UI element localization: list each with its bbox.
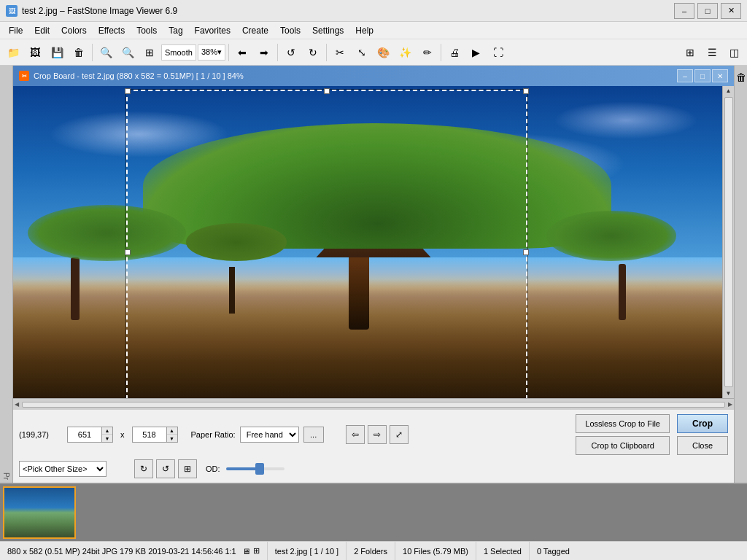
tb-prev-btn[interactable]: ⬅ <box>232 42 252 63</box>
status-files-text: 10 Files (5.79 MB) <box>403 547 468 556</box>
crop-window-title: Crop Board - test 2.jpg (880 x 582 = 0.5… <box>34 71 244 80</box>
monitor-icon: 🖥 <box>242 547 250 556</box>
thumbnail-preview <box>4 488 74 537</box>
crop-resize-btn[interactable]: ⤢ <box>390 425 409 444</box>
tb-zoom-out-btn[interactable]: 🔍 <box>117 42 138 63</box>
scroll-right-arrow[interactable]: ▶ <box>728 401 732 408</box>
crop-restore-btn[interactable]: □ <box>694 69 711 82</box>
tb-print-btn[interactable]: 🖨 <box>444 42 465 63</box>
crop-handle-top-left[interactable] <box>125 88 131 94</box>
pick-size-select[interactable]: <Pick Other Size> <box>19 461 107 477</box>
menu-edit[interactable]: Edit <box>28 22 55 39</box>
close-button[interactable]: ✕ <box>721 3 741 19</box>
right-sidebar-icon[interactable]: 🗑 <box>736 71 746 83</box>
crop-handle-mid-right[interactable] <box>523 249 529 255</box>
menu-file[interactable]: File <box>3 22 28 39</box>
thumbnail-item[interactable] <box>3 486 76 539</box>
small-tree-left-trunk <box>71 257 80 320</box>
toolbar-separator2 <box>228 44 229 61</box>
scroll-up-arrow[interactable]: ▲ <box>724 86 733 96</box>
height-input-group: ▲ ▼ <box>132 427 178 443</box>
height-input[interactable] <box>132 427 167 443</box>
tb-delete-btn[interactable]: 🗑 <box>69 42 89 63</box>
tb-compare-btn[interactable]: ◫ <box>724 42 744 63</box>
cloud3 <box>554 101 698 139</box>
menu-effects[interactable]: Effects <box>93 22 131 39</box>
height-spin-down[interactable]: ▼ <box>167 435 177 442</box>
scroll-track-vertical[interactable] <box>724 97 733 387</box>
height-spin-up[interactable]: ▲ <box>167 427 177 435</box>
crop-to-clipboard-btn[interactable]: Crop to Clipboard <box>576 436 670 455</box>
crop-minimize-btn[interactable]: – <box>677 69 693 82</box>
tb-resize-btn[interactable]: ⤡ <box>352 42 372 63</box>
crop-handle-top-mid[interactable] <box>324 88 330 94</box>
menu-bar: File Edit Colors Effects Tools Tag Favor… <box>0 22 747 39</box>
opacity-slider[interactable] <box>226 467 285 470</box>
menu-tools2[interactable]: Tools <box>274 22 306 39</box>
sidebar-arrow[interactable]: Pr <box>2 472 10 480</box>
smooth-dropdown[interactable]: Smooth <box>161 44 196 61</box>
width-spin-down[interactable]: ▼ <box>102 435 112 442</box>
rotate-cw-btn[interactable]: ↻ <box>134 459 153 478</box>
tb-zoom-in-btn[interactable]: 🔍 <box>96 42 116 63</box>
status-bar: 880 x 582 (0.51 MP) 24bit JPG 179 KB 201… <box>0 541 747 560</box>
menu-tag[interactable]: Tag <box>163 22 188 39</box>
menu-create[interactable]: Create <box>236 22 274 39</box>
menu-help[interactable]: Help <box>349 22 379 39</box>
crop-handle-top-right[interactable] <box>523 88 529 94</box>
crop-handle-mid-left[interactable] <box>125 249 131 255</box>
tb-grid-view-btn[interactable]: ⊞ <box>680 42 700 63</box>
horizontal-scrollbar[interactable]: ◀ ▶ <box>13 398 734 410</box>
tb-next-btn[interactable]: ➡ <box>254 42 274 63</box>
tb-open-btn[interactable]: 🖼 <box>25 42 45 63</box>
menu-colors[interactable]: Colors <box>55 22 93 39</box>
vertical-scrollbar[interactable]: ▲ ▼ <box>722 86 734 398</box>
scroll-track-horizontal[interactable] <box>22 402 725 408</box>
tb-folder-btn[interactable]: 📁 <box>3 42 23 63</box>
maximize-button[interactable]: □ <box>697 3 718 19</box>
width-spin-up[interactable]: ▲ <box>102 427 112 435</box>
close-crop-btn[interactable]: Close <box>677 436 728 455</box>
tb-effect-btn[interactable]: ✨ <box>395 42 416 63</box>
move-right-btn[interactable]: ⇨ <box>368 425 387 444</box>
paper-ratio-select[interactable]: Free hand 4:3 3:2 16:9 1:1 <box>240 427 299 443</box>
small-tree-right-trunk <box>619 264 626 320</box>
app-title: test 2.jpg – FastStone Image Viewer 6.9 <box>22 6 177 16</box>
rotate-ccw-btn[interactable]: ↺ <box>156 459 175 478</box>
main-toolbar: 📁 🖼 💾 🗑 🔍 🔍 ⊞ Smooth 38%▾ ⬅ ➡ ↺ ↻ ✂ ⤡ 🎨 … <box>0 39 747 66</box>
menu-tools[interactable]: Tools <box>131 22 163 39</box>
coord-display: (199,37) <box>19 430 63 439</box>
crop-close-btn[interactable]: ✕ <box>712 69 728 82</box>
tb-rotate-left-btn[interactable]: ↺ <box>281 42 301 63</box>
tb-rotate-right-btn[interactable]: ↻ <box>303 42 323 63</box>
crop-button[interactable]: Crop <box>677 414 728 433</box>
grid-overlay-btn[interactable]: ⊞ <box>178 459 197 478</box>
tb-fit-btn[interactable]: ⊞ <box>139 42 160 63</box>
left-sidebar: Pr <box>0 66 13 483</box>
width-input-group: ▲ ▼ <box>67 427 113 443</box>
scroll-down-arrow[interactable]: ▼ <box>724 389 733 398</box>
tb-slideshow-btn[interactable]: ▶ <box>466 42 487 63</box>
title-bar: 🖼 test 2.jpg – FastStone Image Viewer 6.… <box>0 0 747 22</box>
height-spinner[interactable]: ▲ ▼ <box>167 427 178 443</box>
tb-crop-btn[interactable]: ✂ <box>330 42 350 63</box>
lossless-crop-btn[interactable]: Lossless Crop to File <box>576 414 670 433</box>
tb-draw-btn[interactable]: ✏ <box>417 42 438 63</box>
tb-strip-view-btn[interactable]: ☰ <box>702 42 722 63</box>
zoom-dropdown[interactable]: 38%▾ <box>198 44 225 61</box>
scroll-left-arrow[interactable]: ◀ <box>15 401 19 408</box>
minimize-button[interactable]: – <box>674 3 694 19</box>
more-options-btn[interactable]: ... <box>303 427 324 443</box>
width-spinner[interactable]: ▲ ▼ <box>102 427 113 443</box>
width-input[interactable] <box>67 427 102 443</box>
crop-window-titlebar: ✂ Crop Board - test 2.jpg (880 x 582 = 0… <box>13 66 734 86</box>
tb-fullscreen-btn[interactable]: ⛶ <box>488 42 508 63</box>
move-left-btn[interactable]: ⇦ <box>346 425 365 444</box>
small-tree-right-canopy <box>546 211 676 260</box>
status-tagged: 0 Tagged <box>530 542 577 560</box>
tb-save-btn[interactable]: 💾 <box>47 42 67 63</box>
menu-favorites[interactable]: Favorites <box>189 22 236 39</box>
menu-settings[interactable]: Settings <box>306 22 349 39</box>
crop-selection-box[interactable] <box>126 90 527 398</box>
tb-color-btn[interactable]: 🎨 <box>374 42 394 63</box>
